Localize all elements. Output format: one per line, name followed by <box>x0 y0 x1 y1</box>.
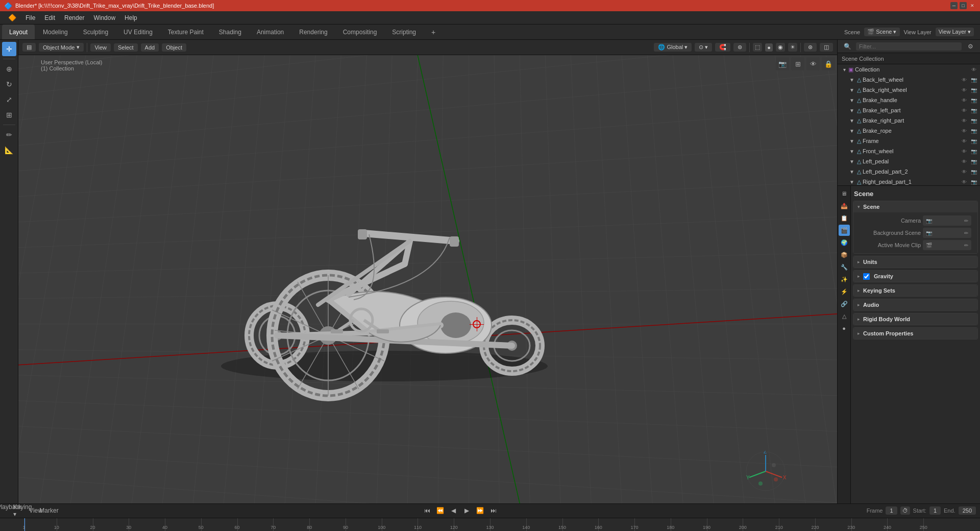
view-layer-selector[interactable]: View Layer ▾ <box>936 28 974 36</box>
menu-edit[interactable]: Edit <box>40 13 59 22</box>
vis-icon3[interactable]: 👁 <box>960 96 968 104</box>
render-icon10[interactable]: 📷 <box>970 167 978 176</box>
panel-filter-btn[interactable]: 🔍 <box>842 41 853 52</box>
frame-end-input[interactable]: 250 <box>959 506 976 515</box>
solid-shading[interactable]: ● <box>765 43 773 52</box>
play-reverse-btn[interactable]: ◀ <box>449 505 459 516</box>
panel-settings-btn[interactable]: ⚙ <box>965 41 976 52</box>
object-menu[interactable]: Object <box>162 43 186 52</box>
rigid-body-world-section-header[interactable]: ▸ Rigid Body World <box>853 313 977 325</box>
menu-help[interactable]: Help <box>120 13 141 22</box>
render-icon6[interactable]: 📷 <box>970 127 978 135</box>
vis-icon8[interactable]: 👁 <box>960 147 968 155</box>
marker-menu[interactable]: Marker <box>44 505 54 516</box>
render-icon3[interactable]: 📷 <box>970 96 978 104</box>
outliner-item-collection[interactable]: ▾ ▣ Collection 👁 <box>838 64 980 75</box>
menu-window[interactable]: Window <box>89 13 119 22</box>
camera-view-btn[interactable]: 📷 <box>776 57 789 70</box>
viewport-canvas[interactable]: User Perspective (Local) (1) Collection <box>18 55 837 503</box>
tool-measure[interactable]: 📐 <box>2 143 16 157</box>
editor-type-btn[interactable]: ▤ <box>22 43 36 52</box>
render-icon7[interactable]: 📷 <box>970 137 978 145</box>
constraints-props-btn[interactable]: 🔗 <box>839 298 850 309</box>
tab-sculpting[interactable]: Sculpting <box>76 25 115 39</box>
tab-animation[interactable]: Animation <box>250 25 291 39</box>
outliner-item-left-pedal-2[interactable]: ▼ △ Left_pedal_part_2 👁 📷 <box>838 166 980 177</box>
outliner-item-right-pedal-1[interactable]: ▼ △ Right_pedal_part_1 👁 📷 <box>838 177 980 186</box>
outliner-item-brake-rope[interactable]: ▼ △ Brake_rope 👁 📷 <box>838 126 980 136</box>
xray-toggle[interactable]: ◫ <box>820 43 833 52</box>
bg-scene-edit-icon[interactable]: ✏ <box>964 230 968 236</box>
snap-toggle[interactable]: 🧲 <box>715 43 730 52</box>
outliner-item-brake-right[interactable]: ▼ △ Brake_right_part 👁 📷 <box>838 115 980 126</box>
background-scene-input[interactable]: 📷 ✏ <box>923 228 971 238</box>
overlay-toggle[interactable]: ⊛ <box>804 43 817 52</box>
next-keyframe-btn[interactable]: ⏩ <box>475 505 485 516</box>
menu-render[interactable]: Render <box>60 13 88 22</box>
render-region-btn[interactable]: ⊞ <box>791 57 804 70</box>
vis-icon[interactable]: 👁 <box>960 76 968 84</box>
outliner-item-brake-left[interactable]: ▼ △ Brake_left_part 👁 📷 <box>838 105 980 115</box>
render-icon9[interactable]: 📷 <box>970 157 978 165</box>
tool-scale[interactable]: ⤢ <box>2 92 16 107</box>
tab-add[interactable]: + <box>424 25 443 39</box>
vis-icon2[interactable]: 👁 <box>960 86 968 94</box>
object-mode-btn[interactable]: Object Mode ▾ <box>39 43 84 52</box>
vis-icon4[interactable]: 👁 <box>960 106 968 114</box>
outliner-item-frame[interactable]: ▼ △ Frame 👁 📷 <box>838 136 980 146</box>
gravity-checkbox[interactable] <box>863 273 870 280</box>
outliner-item-left-pedal[interactable]: ▼ △ Left_pedal 👁 📷 <box>838 156 980 166</box>
current-frame-input[interactable]: 1 <box>886 506 897 515</box>
select-menu[interactable]: Select <box>114 43 138 52</box>
camera-input[interactable]: 📷 ✏ <box>923 215 971 226</box>
active-movie-clip-input[interactable]: 🎬 ✏ <box>923 240 971 250</box>
material-props-btn[interactable]: ● <box>839 323 850 334</box>
tab-uv-editing[interactable]: UV Editing <box>116 25 160 39</box>
render-props-btn[interactable]: 🖥 <box>839 188 850 199</box>
vis-icon11[interactable]: 👁 <box>960 178 968 186</box>
tool-move[interactable]: ⊕ <box>2 62 16 76</box>
menu-blender[interactable]: 🔶 <box>4 13 20 22</box>
proportional-edit[interactable]: ⊚ <box>733 43 746 52</box>
scene-section-header[interactable]: ▾ Scene <box>853 201 977 212</box>
outliner-item-back-right-wheel[interactable]: ▼ △ Back_right_wheel 👁 📷 <box>838 85 980 95</box>
render-icon4[interactable]: 📷 <box>970 106 978 114</box>
vis-icon6[interactable]: 👁 <box>960 127 968 135</box>
tool-annotate[interactable]: ✏ <box>2 128 16 142</box>
tab-rendering[interactable]: Rendering <box>292 25 334 39</box>
tab-layout[interactable]: Layout <box>2 25 35 39</box>
play-btn[interactable]: ▶ <box>462 505 472 516</box>
outliner-search[interactable] <box>856 42 962 51</box>
render-icon[interactable]: 📷 <box>970 76 978 84</box>
render-icon2[interactable]: 📷 <box>970 86 978 94</box>
hide-show-btn[interactable]: 👁 <box>806 57 820 70</box>
tool-rotate[interactable]: ↻ <box>2 77 16 91</box>
transform-orientations[interactable]: 🌐 Global ▾ <box>654 43 692 52</box>
jump-end-btn[interactable]: ⏭ <box>488 505 499 516</box>
camera-edit-icon[interactable]: ✏ <box>964 218 968 224</box>
vis-icon5[interactable]: 👁 <box>960 116 968 125</box>
outliner-item-brake-handle[interactable]: ▼ △ Brake_handle 👁 📷 <box>838 95 980 105</box>
scene-selector[interactable]: 🎬 Scene ▾ <box>864 28 899 36</box>
add-menu[interactable]: Add <box>141 43 159 52</box>
outliner-item-front-wheel[interactable]: ▼ △ Front_wheel 👁 📷 <box>838 146 980 156</box>
minimize-button[interactable]: ─ <box>950 2 958 9</box>
data-props-btn[interactable]: △ <box>839 310 850 322</box>
tool-transform[interactable]: ⊞ <box>2 108 16 122</box>
tab-scripting[interactable]: Scripting <box>385 25 423 39</box>
render-icon11[interactable]: 📷 <box>970 178 978 186</box>
world-props-btn[interactable]: 🌍 <box>839 237 850 248</box>
render-icon5[interactable]: 📷 <box>970 116 978 125</box>
jump-start-btn[interactable]: ⏮ <box>422 505 432 516</box>
tab-texture-paint[interactable]: Texture Paint <box>161 25 211 39</box>
prev-keyframe-btn[interactable]: ⏪ <box>435 505 446 516</box>
scene-props-btn[interactable]: 🎬 <box>839 225 850 236</box>
timeline-ruler[interactable]: 1102030405060708090100110120130140150160… <box>0 518 980 531</box>
transform-pivot[interactable]: ⊙ ▾ <box>695 43 712 52</box>
visibility-icon[interactable]: 👁 <box>970 65 978 74</box>
frame-start-input[interactable]: 1 <box>929 506 941 515</box>
physics-props-btn[interactable]: ⚡ <box>839 286 850 297</box>
lock-btn[interactable]: 🔒 <box>822 57 835 70</box>
keying-sets-section-header[interactable]: ▸ Keying Sets <box>853 285 977 296</box>
vis-icon7[interactable]: 👁 <box>960 137 968 145</box>
